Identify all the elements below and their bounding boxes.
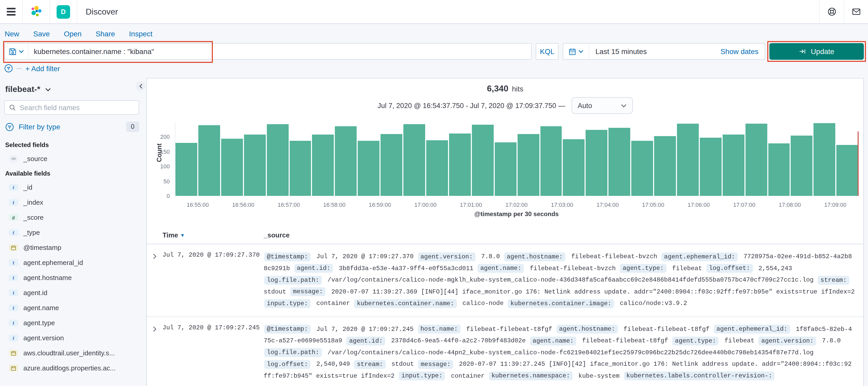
histogram-bar-16:57:00[interactable] — [289, 141, 311, 196]
menu-item-save[interactable]: Save — [33, 30, 50, 38]
histogram-bar-17:06:00[interactable] — [700, 138, 722, 196]
histogram-bar-17:00:00[interactable] — [426, 140, 448, 196]
show-dates-button[interactable]: Show dates — [720, 47, 765, 56]
hits-count: 6,340 — [487, 84, 508, 93]
menu-item-inspect[interactable]: Inspect — [129, 30, 152, 38]
histogram-bar-16:56:30[interactable] — [267, 124, 288, 196]
interval-select[interactable]: Auto — [571, 97, 632, 114]
field-item-_type[interactable]: t_type — [4, 225, 139, 240]
histogram-bar-17:00:30[interactable] — [449, 133, 471, 196]
expand-row-button[interactable] — [147, 323, 162, 333]
x-tick-17:06:00: 17:06:00 — [688, 202, 710, 208]
histogram-bar-17:03:30[interactable] — [586, 130, 608, 196]
string-field-icon: t — [9, 274, 18, 281]
field-item-agent.type[interactable]: tagent.type — [4, 315, 139, 330]
histogram-bar-17:08:00[interactable] — [791, 135, 813, 196]
time-range-label[interactable]: Last 15 minutes — [589, 47, 720, 56]
source-field-pill: agent.id: — [294, 264, 333, 273]
source-field-pill: agent.hostname: — [504, 252, 565, 261]
selected-fields-heading: Selected fields — [4, 138, 139, 151]
histogram-bar-17:07:00[interactable] — [745, 124, 767, 196]
field-item-_score[interactable]: #_score — [4, 210, 139, 225]
chevron-right-icon — [152, 326, 157, 332]
filter-bar-divider — [17, 68, 22, 69]
histogram-bar-16:56:00[interactable] — [244, 135, 266, 196]
y-tick-100: 100 — [152, 163, 170, 169]
help-button[interactable] — [819, 0, 844, 23]
field-item-@timestamp[interactable]: @timestamp — [4, 240, 139, 255]
histogram-bar-17:02:30[interactable] — [540, 126, 562, 196]
histogram-bar-17:08:30[interactable] — [814, 123, 836, 196]
current-time-marker — [857, 131, 859, 196]
field-item-aws.cloudtrail.user_identity.s...[interactable]: aws.cloudtrail.user_identity.s... — [4, 346, 139, 360]
add-filter-button[interactable]: + Add filter — [25, 64, 60, 72]
x-axis-ticks: 16:55:0016:56:0016:57:0016:58:0016:59:00… — [175, 196, 858, 210]
doc-table-rows: Jul 7, 2020 @ 17:09:27.370@timestamp: Ju… — [147, 244, 863, 386]
histogram-bar-16:59:30[interactable] — [403, 124, 425, 196]
elastic-logo[interactable] — [23, 0, 50, 23]
query-bar — [4, 43, 532, 60]
histogram-bar-17:03:00[interactable] — [563, 139, 585, 196]
histogram-bar-16:55:00[interactable] — [198, 125, 220, 196]
filter-by-type-button[interactable]: Filter by type — [19, 123, 60, 131]
row-source-cell: @timestamp: Jul 7, 2020 @ 17:09:27.370 a… — [264, 251, 855, 309]
app-breadcrumb-badge[interactable]: D — [50, 0, 78, 23]
fields-sidebar: filebeat-* Filter by type 0 Selected fie… — [0, 78, 146, 386]
field-item-_index[interactable]: t_index — [4, 195, 139, 210]
histogram-bar-17:01:30[interactable] — [494, 142, 516, 196]
query-language-button[interactable]: KQL — [536, 43, 559, 60]
field-name: _source — [23, 155, 48, 162]
field-item-azure.auditlogs.properties.ac...[interactable]: azure.auditlogs.properties.ac... — [4, 360, 139, 376]
histogram-bar-16:57:30[interactable] — [312, 135, 334, 196]
chevron-down-icon — [19, 50, 24, 53]
field-item-agent.ephemeral_id[interactable]: tagent.ephemeral_id — [4, 255, 139, 270]
histogram-bar-17:06:30[interactable] — [723, 135, 744, 196]
field-item-agent.name[interactable]: tagent.name — [4, 300, 139, 315]
number-field-icon: # — [9, 214, 18, 221]
histogram-bar-17:07:30[interactable] — [768, 143, 790, 196]
histogram-bar-17:05:00[interactable] — [654, 137, 676, 196]
histogram-bar-16:58:00[interactable] — [335, 126, 357, 196]
string-field-icon: t — [9, 289, 18, 296]
row-time-cell: Jul 7, 2020 @ 17:09:27.370 — [162, 251, 264, 259]
x-tick-17:05:00: 17:05:00 — [642, 202, 664, 208]
saved-query-menu-button[interactable] — [5, 43, 29, 59]
update-button[interactable]: Update — [769, 43, 864, 60]
newsfeed-button[interactable] — [844, 0, 868, 23]
content-area: filebeat-* Filter by type 0 Selected fie… — [0, 78, 868, 386]
source-field-pill: kubernetes.namespace: — [489, 372, 572, 380]
collapse-sidebar-button[interactable] — [135, 81, 145, 91]
histogram-bar-16:55:30[interactable] — [221, 139, 243, 196]
field-item-agent.version[interactable]: tagent.version — [4, 330, 139, 346]
histogram-bar-17:09:00[interactable] — [837, 145, 858, 196]
field-name: agent.hostname — [23, 274, 72, 281]
field-item-agent.id[interactable]: tagent.id — [4, 285, 139, 300]
field-name: agent.version — [23, 334, 64, 342]
histogram-bar-16:58:30[interactable] — [358, 141, 380, 196]
field-name: azure.auditlogs.properties.ac... — [23, 364, 116, 372]
field-item-_id[interactable]: t_id — [4, 180, 139, 195]
menu-item-open[interactable]: Open — [64, 30, 82, 38]
field-item-_source[interactable]: </>_source — [4, 151, 139, 166]
histogram-bar-16:54:30[interactable] — [176, 143, 197, 196]
histogram-bar-17:05:30[interactable] — [677, 124, 699, 196]
time-column-header[interactable]: Time ▼ — [162, 231, 264, 239]
source-field-pill: host.name: — [418, 325, 461, 333]
menu-button[interactable] — [0, 0, 23, 23]
histogram-chart: Count 050100150200 16:55:0016:56:0016:57… — [152, 122, 858, 220]
histogram-bar-17:02:00[interactable] — [517, 134, 539, 196]
filter-menu-button[interactable] — [4, 64, 13, 73]
field-search-input[interactable] — [20, 103, 134, 112]
query-input[interactable] — [29, 47, 531, 56]
menu-item-new[interactable]: New — [5, 30, 19, 38]
histogram-bar-16:59:00[interactable] — [380, 134, 402, 196]
field-item-agent.hostname[interactable]: tagent.hostname — [4, 270, 139, 285]
menu-item-share[interactable]: Share — [95, 30, 115, 38]
date-picker-calendar-button[interactable] — [563, 43, 589, 59]
chevron-left-icon — [138, 83, 143, 89]
histogram-bar-17:04:00[interactable] — [609, 128, 630, 196]
index-pattern-selector[interactable]: filebeat-* — [4, 82, 139, 100]
histogram-bar-17:01:00[interactable] — [472, 124, 494, 196]
histogram-bar-17:04:30[interactable] — [631, 141, 653, 196]
expand-row-button[interactable] — [147, 251, 162, 261]
